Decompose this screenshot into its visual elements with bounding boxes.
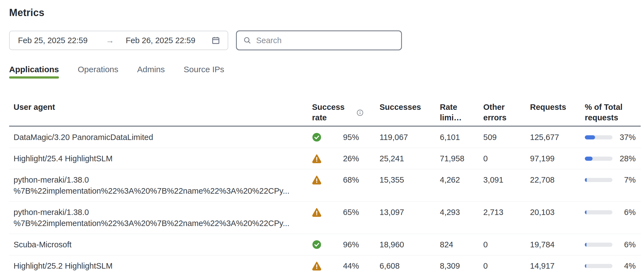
- success-rate-value: 95%: [321, 132, 372, 143]
- total-requests-bar-fill: [585, 210, 586, 214]
- rate-limited-cell: 71,958: [435, 148, 479, 169]
- total-requests-bar: [585, 178, 612, 182]
- pct-of-total-value: 6%: [612, 239, 636, 250]
- table-row: python-meraki/1.38.0 %7B%22implementatio…: [9, 202, 641, 234]
- requests-cell: 22,708: [526, 169, 580, 202]
- total-requests-bar: [585, 264, 612, 268]
- other-errors-cell: 0: [479, 148, 526, 169]
- other-errors-cell: 3,091: [479, 169, 526, 202]
- search-icon: [243, 36, 252, 45]
- tab-applications[interactable]: Applications: [9, 65, 59, 79]
- search-box[interactable]: [236, 30, 402, 50]
- user-agent-cell: python-meraki/1.38.0 %7B%22implementatio…: [9, 169, 308, 202]
- info-icon[interactable]: [356, 109, 364, 116]
- metrics-table: User agent Success rate: [9, 102, 641, 275]
- pct-of-total-value: 4%: [612, 260, 636, 271]
- column-header-user-agent[interactable]: User agent: [9, 102, 308, 126]
- success-rate-value: 65%: [321, 207, 372, 218]
- table-row: Highlight/25.4 HighlightSLM 26%: [9, 148, 641, 169]
- success-rate-cell: 96%: [308, 234, 375, 255]
- search-input[interactable]: [256, 36, 395, 45]
- other-errors-cell: 0: [479, 255, 526, 275]
- total-requests-bar: [585, 210, 612, 214]
- rate-limited-cell: 8,309: [435, 255, 479, 275]
- tab-source-ips[interactable]: Source IPs: [184, 65, 224, 79]
- success-rate-cell: 65%: [308, 202, 375, 234]
- success-rate-cell: 68%: [308, 169, 375, 202]
- requests-cell: 14,917: [526, 255, 580, 275]
- tab-bar: Applications Operations Admins Source IP…: [9, 65, 641, 79]
- success-rate-cell: 95%: [308, 126, 375, 148]
- user-agent-cell: Highlight/25.4 HighlightSLM: [9, 148, 308, 169]
- total-requests-bar: [585, 157, 612, 161]
- pct-of-total-cell: 37%: [580, 126, 641, 148]
- calendar-icon[interactable]: [211, 36, 220, 45]
- metrics-page: Metrics Feb 25, 2025 22:59 → Feb 26, 202…: [0, 0, 644, 275]
- successes-cell: 13,097: [375, 202, 435, 234]
- total-requests-bar-fill: [585, 243, 586, 247]
- pct-of-total-value: 28%: [612, 153, 636, 164]
- total-requests-bar: [585, 135, 612, 139]
- rate-limited-cell: 4,293: [435, 202, 479, 234]
- success-rate-value: 26%: [321, 153, 372, 164]
- user-agent-cell: python-meraki/1.38.0 %7B%22implementatio…: [9, 202, 308, 234]
- user-agent-cell: Highlight/25.2 HighlightSLM: [9, 255, 308, 275]
- success-rate-cell: 44%: [308, 255, 375, 275]
- pct-of-total-cell: 28%: [580, 148, 641, 169]
- pct-of-total-value: 37%: [612, 132, 636, 143]
- warning-icon: [312, 261, 321, 271]
- column-header-success-rate[interactable]: Success rate: [308, 102, 375, 126]
- success-icon: [312, 240, 321, 249]
- date-range-picker[interactable]: Feb 25, 2025 22:59 → Feb 26, 2025 22:59: [9, 31, 228, 50]
- success-rate-value: 44%: [321, 260, 372, 271]
- table-row: Highlight/25.2 HighlightSLM 44%: [9, 255, 641, 275]
- total-requests-bar-fill: [585, 157, 593, 161]
- date-start[interactable]: Feb 25, 2025 22:59: [18, 36, 88, 45]
- success-rate-cell: 26%: [308, 148, 375, 169]
- user-agent-cell: DataMagic/3.20 PanoramicDataLimited: [9, 126, 308, 148]
- filter-controls: Feb 25, 2025 22:59 → Feb 26, 2025 22:59: [9, 30, 641, 50]
- pct-of-total-cell: 7%: [580, 169, 641, 202]
- arrow-right-icon: →: [106, 36, 114, 45]
- success-icon: [312, 133, 321, 142]
- rate-limited-cell: 4,262: [435, 169, 479, 202]
- total-requests-bar-fill: [585, 178, 587, 182]
- table-header-row: User agent Success rate: [9, 102, 641, 126]
- requests-cell: 19,784: [526, 234, 580, 255]
- pct-of-total-cell: 6%: [580, 202, 641, 234]
- tab-admins[interactable]: Admins: [137, 65, 165, 79]
- other-errors-cell: 0: [479, 234, 526, 255]
- success-rate-value: 68%: [321, 174, 372, 185]
- date-end[interactable]: Feb 26, 2025 22:59: [126, 36, 196, 45]
- tab-operations[interactable]: Operations: [78, 65, 118, 79]
- rate-limited-cell: 824: [435, 234, 479, 255]
- total-requests-bar-fill: [585, 264, 586, 268]
- table-row: DataMagic/3.20 PanoramicDataLimited: [9, 126, 641, 148]
- pct-of-total-value: 6%: [612, 207, 636, 218]
- user-agent-cell: Scuba-Microsoft: [9, 234, 308, 255]
- column-header-requests[interactable]: Requests: [526, 102, 580, 126]
- other-errors-cell: 509: [479, 126, 526, 148]
- warning-icon: [312, 207, 321, 217]
- column-header-pct-of-total[interactable]: % of Total requests: [580, 102, 641, 126]
- warning-icon: [312, 175, 321, 185]
- total-requests-bar: [585, 243, 612, 247]
- total-requests-bar-fill: [585, 135, 595, 139]
- other-errors-cell: 2,713: [479, 202, 526, 234]
- requests-cell: 125,677: [526, 126, 580, 148]
- successes-cell: 15,355: [375, 169, 435, 202]
- successes-cell: 25,241: [375, 148, 435, 169]
- pct-of-total-cell: 6%: [580, 234, 641, 255]
- successes-cell: 119,067: [375, 126, 435, 148]
- table-row: python-meraki/1.38.0 %7B%22implementatio…: [9, 169, 641, 202]
- pct-of-total-cell: 4%: [580, 255, 641, 275]
- pct-of-total-value: 7%: [612, 174, 636, 185]
- column-header-rate-limited[interactable]: Rate limi…: [435, 102, 479, 126]
- warning-icon: [312, 154, 321, 163]
- rate-limited-cell: 6,101: [435, 126, 479, 148]
- column-header-other-errors[interactable]: Other errors: [479, 102, 526, 126]
- successes-cell: 18,960: [375, 234, 435, 255]
- requests-cell: 20,103: [526, 202, 580, 234]
- page-title: Metrics: [9, 7, 641, 19]
- column-header-successes[interactable]: Successes: [375, 102, 435, 126]
